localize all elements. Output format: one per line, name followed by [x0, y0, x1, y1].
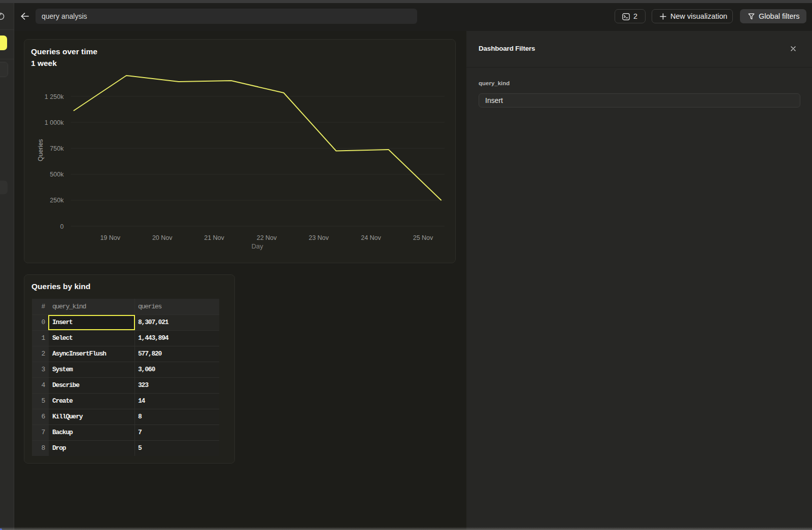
svg-text:750k: 750k	[50, 145, 64, 152]
svg-text:Day: Day	[251, 242, 263, 250]
svg-text:24 Nov: 24 Nov	[361, 234, 381, 241]
svg-text:1 250k: 1 250k	[45, 93, 64, 100]
svg-text:Queries: Queries	[37, 139, 44, 161]
svg-text:23 Nov: 23 Nov	[309, 234, 329, 241]
svg-text:250k: 250k	[50, 197, 64, 204]
svg-text:20 Nov: 20 Nov	[152, 234, 173, 241]
svg-text:21 Nov: 21 Nov	[204, 234, 224, 241]
svg-text:25 Nov: 25 Nov	[413, 234, 433, 241]
svg-text:0: 0	[60, 223, 63, 230]
svg-text:22 Nov: 22 Nov	[257, 234, 277, 241]
svg-text:19 Nov: 19 Nov	[100, 234, 120, 241]
svg-text:500k: 500k	[50, 171, 64, 178]
svg-text:1 000k: 1 000k	[45, 119, 64, 126]
